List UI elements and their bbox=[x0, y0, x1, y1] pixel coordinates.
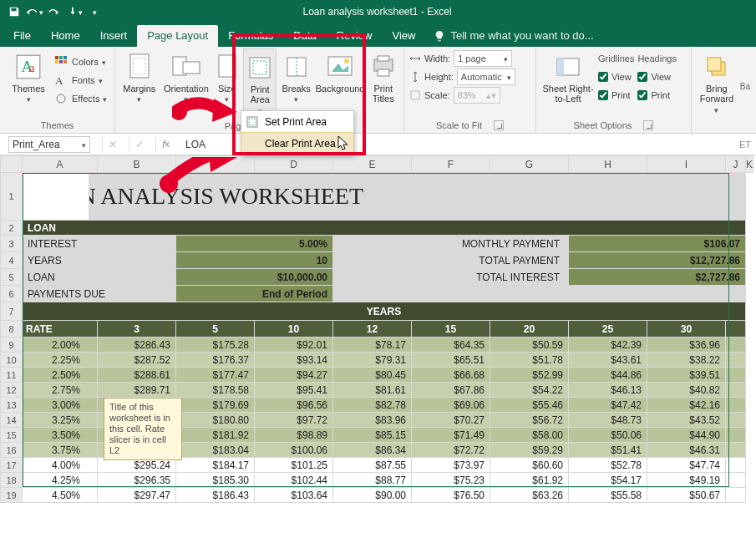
cell-r13-c6[interactable]: $47.42 bbox=[569, 398, 647, 413]
col-J[interactable]: J bbox=[726, 156, 746, 173]
redo-button[interactable] bbox=[45, 3, 63, 21]
theme-colors-button[interactable]: Colors bbox=[55, 53, 107, 70]
col-B[interactable]: B bbox=[98, 156, 176, 173]
cell-r17-c7[interactable]: $47.74 bbox=[647, 458, 726, 473]
cell-r17-c1[interactable]: $184.17 bbox=[176, 458, 255, 473]
cell-rate-19[interactable]: 4.50% bbox=[23, 488, 98, 503]
cell-r12-c4[interactable]: $67.86 bbox=[412, 383, 490, 398]
cell-r11-c0[interactable]: $288.61 bbox=[98, 368, 176, 383]
cell-r9-c3[interactable]: $78.17 bbox=[333, 338, 412, 353]
cell-r11-c4[interactable]: $66.68 bbox=[412, 368, 490, 383]
scale-height-dropdown[interactable]: Automatic bbox=[457, 69, 515, 85]
lbl-interest[interactable]: INTEREST bbox=[23, 236, 176, 252]
margins-button[interactable]: Margins bbox=[120, 48, 159, 106]
cell-r17-c3[interactable]: $87.55 bbox=[333, 458, 412, 473]
cell-r19-c1[interactable]: $186.43 bbox=[176, 488, 255, 503]
rowh-9[interactable]: 9 bbox=[1, 338, 23, 353]
cell-r19-c7[interactable]: $50.67 bbox=[647, 488, 726, 503]
cell-r17-c2[interactable]: $101.25 bbox=[255, 458, 333, 473]
cell-r15-c4[interactable]: $71.49 bbox=[412, 428, 490, 443]
cell-rate-16[interactable]: 3.75% bbox=[23, 443, 98, 458]
tab-insert[interactable]: Insert bbox=[90, 25, 138, 47]
cell-rate-18[interactable]: 4.25% bbox=[23, 473, 98, 488]
scale-launcher[interactable] bbox=[494, 120, 504, 130]
yearcol-7[interactable]: 30 bbox=[647, 321, 726, 338]
cell-r19-c5[interactable]: $63.26 bbox=[490, 488, 569, 503]
background-button[interactable]: Background bbox=[316, 48, 365, 95]
scale-width-dropdown[interactable]: 1 page bbox=[454, 50, 512, 67]
cell-r11-c7[interactable]: $39.51 bbox=[647, 368, 726, 383]
rowh-15[interactable]: 15 bbox=[1, 428, 23, 443]
cell-r10-c4[interactable]: $65.51 bbox=[412, 353, 490, 368]
rowh-4[interactable]: 4 bbox=[1, 252, 23, 269]
col-K[interactable]: K bbox=[746, 156, 753, 173]
cell-r15-c7[interactable]: $44.90 bbox=[647, 428, 726, 443]
cell-r15-c6[interactable]: $50.06 bbox=[569, 428, 647, 443]
print-area-button[interactable]: Print Area bbox=[243, 48, 277, 119]
cell-r11-c3[interactable]: $80.45 bbox=[333, 368, 412, 383]
val-total-payment[interactable]: $12,727.86 bbox=[569, 252, 746, 269]
cell-r16-c2[interactable]: $100.06 bbox=[255, 443, 333, 458]
lbl-payments-due[interactable]: PAYMENTS DUE bbox=[23, 286, 176, 302]
enter-formula-button[interactable]: ✓ bbox=[129, 136, 149, 153]
col-F[interactable]: F bbox=[412, 156, 490, 173]
cell-rate-10[interactable]: 2.25% bbox=[23, 353, 98, 368]
cell-r14-c6[interactable]: $48.73 bbox=[569, 413, 647, 428]
val-total-interest[interactable]: $2,727.86 bbox=[569, 269, 746, 286]
cell-r17-c4[interactable]: $73.97 bbox=[412, 458, 490, 473]
cell-r10-c1[interactable]: $176.37 bbox=[176, 353, 255, 368]
print-titles-button[interactable]: Print Titles bbox=[368, 48, 399, 105]
touch-mode-button[interactable] bbox=[65, 3, 84, 21]
tab-page-layout[interactable]: Page Layout bbox=[137, 25, 218, 47]
cell-r18-c5[interactable]: $61.92 bbox=[490, 473, 569, 488]
cell-r9-c5[interactable]: $50.59 bbox=[490, 338, 569, 353]
val-years[interactable]: 10 bbox=[176, 252, 333, 269]
years-header[interactable]: YEARS bbox=[23, 302, 746, 321]
select-all-triangle[interactable] bbox=[1, 156, 23, 173]
sheet-options-launcher[interactable] bbox=[643, 120, 653, 130]
val-loan-amount[interactable]: $10,000.00 bbox=[176, 269, 333, 286]
cell-r13-c5[interactable]: $55.46 bbox=[490, 398, 569, 413]
cell-r15-c1[interactable]: $181.92 bbox=[176, 428, 255, 443]
cell-r12-c0[interactable]: $289.71 bbox=[98, 383, 176, 398]
tab-data[interactable]: Data bbox=[283, 25, 326, 47]
size-button[interactable]: Size bbox=[214, 48, 240, 106]
menu-set-print-area[interactable]: Set Print Area bbox=[241, 111, 353, 133]
cell-r18-c1[interactable]: $185.30 bbox=[176, 473, 255, 488]
yearcol-4[interactable]: 15 bbox=[412, 321, 490, 338]
cell-r12-c5[interactable]: $54.22 bbox=[490, 383, 569, 398]
qat-customize-button[interactable] bbox=[85, 3, 104, 21]
cell-r13-c7[interactable]: $42.16 bbox=[647, 398, 726, 413]
cell-r19-c0[interactable]: $297.47 bbox=[98, 488, 176, 503]
cell-r10-c5[interactable]: $51.78 bbox=[490, 353, 569, 368]
tell-me-search[interactable]: Tell me what you want to do... bbox=[425, 29, 601, 47]
tab-review[interactable]: Review bbox=[327, 25, 383, 47]
cell-r18-c0[interactable]: $296.35 bbox=[98, 473, 176, 488]
cell-r10-c3[interactable]: $79.31 bbox=[333, 353, 412, 368]
cell-r14-c3[interactable]: $83.96 bbox=[333, 413, 412, 428]
cell-rate-13[interactable]: 3.00% bbox=[23, 398, 98, 413]
val-monthly[interactable]: $106.07 bbox=[569, 236, 746, 252]
cell-r17-c6[interactable]: $52.78 bbox=[569, 458, 647, 473]
theme-effects-button[interactable]: Effects bbox=[55, 90, 107, 107]
cell-r10-c0[interactable]: $287.52 bbox=[98, 353, 176, 368]
cell-r13-c1[interactable]: $179.69 bbox=[176, 398, 255, 413]
cell-r19-c3[interactable]: $90.00 bbox=[333, 488, 412, 503]
rowh-19[interactable]: 19 bbox=[1, 488, 23, 503]
cell-title[interactable]: LOAN ANALYSIS WORKSHEET bbox=[23, 173, 746, 221]
spreadsheet-grid[interactable]: Title of this worksheet is in this cell.… bbox=[0, 155, 756, 538]
rowh-12[interactable]: 12 bbox=[1, 383, 23, 398]
cell-r19-c2[interactable]: $103.64 bbox=[255, 488, 333, 503]
cell-r12-c7[interactable]: $40.82 bbox=[647, 383, 726, 398]
cell-rate-12[interactable]: 2.75% bbox=[23, 383, 98, 398]
cell-r9-c0[interactable]: $286.43 bbox=[98, 338, 176, 353]
cell-r18-c7[interactable]: $49.19 bbox=[647, 473, 726, 488]
cell-r16-c6[interactable]: $51.41 bbox=[569, 443, 647, 458]
headings-view-checkbox[interactable]: View bbox=[637, 69, 676, 85]
cell-rate-9[interactable]: 2.00% bbox=[23, 338, 98, 353]
lbl-total-payment[interactable]: TOTAL PAYMENT bbox=[333, 252, 569, 269]
cell-r16-c7[interactable]: $46.31 bbox=[647, 443, 726, 458]
theme-fonts-button[interactable]: A Fonts bbox=[55, 72, 107, 89]
cell-r17-c5[interactable]: $60.60 bbox=[490, 458, 569, 473]
save-button[interactable] bbox=[5, 3, 23, 21]
